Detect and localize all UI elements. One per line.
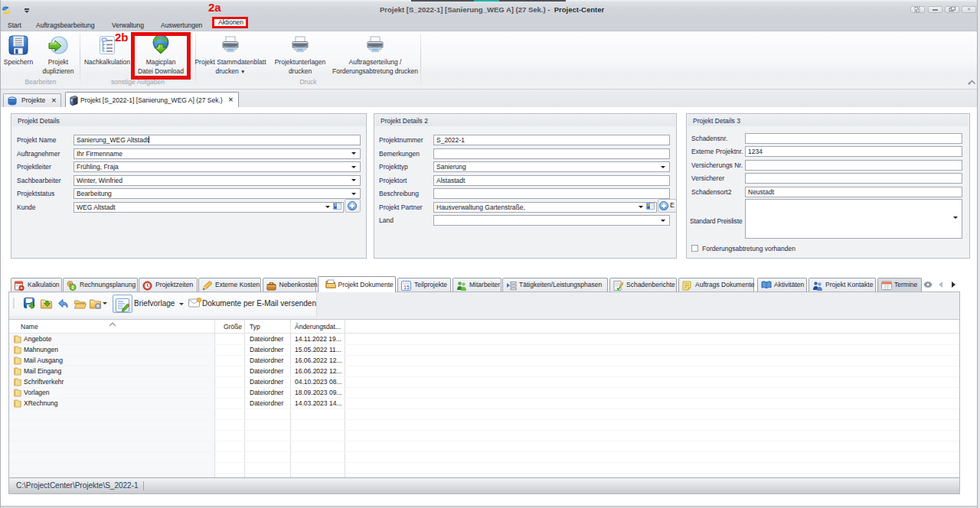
svg-text:15: 15 [403,285,410,290]
